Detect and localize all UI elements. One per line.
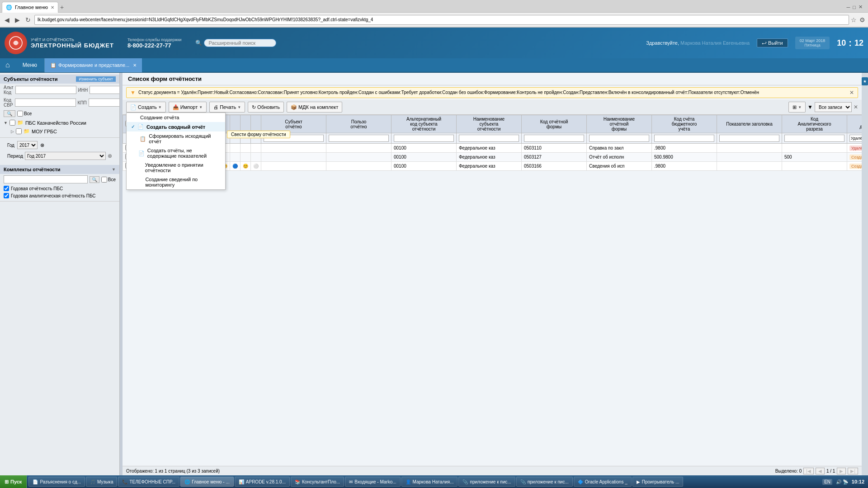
dropdown-item-notification[interactable]: Уведомление о принятии отчётности [127, 160, 225, 175]
app-header: УЧЁТ И ОТЧЁТНОСТЬ ЭЛЕКТРОННЫЙ БЮДЖЕТ Тел… [0, 28, 868, 58]
print-icon: 🖨 [213, 104, 218, 110]
new-tab-button[interactable]: + [58, 4, 66, 11]
dropdown-item-create-no-indicators[interactable]: 📄 Создать отчёты, не содержащие показате… [127, 146, 225, 160]
home-button[interactable]: ⌂ [0, 58, 15, 72]
mdk-button[interactable]: 📦 МДК на комплект [287, 102, 342, 113]
cell-alt-code-2: 00100 [392, 153, 457, 162]
alt-code-input[interactable] [15, 86, 76, 94]
sets-header[interactable]: Комплекты отчётности ▼ [0, 165, 119, 174]
set-item-2[interactable]: Годовая аналитическая отчётность ПБС [0, 192, 119, 199]
taskbar-item-9[interactable]: 📎 приложение к пис... [458, 477, 515, 487]
favorites-panel-btn[interactable]: ★ [862, 77, 868, 85]
taskbar-item-3[interactable]: 📞 ТЕЛЕФОННЫЕ СПР... [118, 477, 179, 487]
filter-analytic [782, 133, 847, 144]
taskbar-item-6[interactable]: 📚 КонсультантПло... [291, 477, 344, 487]
view-settings-btn[interactable]: ⊞ ▼ [788, 102, 806, 113]
filter-user-input[interactable] [329, 135, 389, 142]
forward-btn[interactable]: ▶ [13, 15, 22, 24]
dropdown-item-form-outgoing[interactable]: 📋 Сформировать исходящий отчёт Свести фо… [127, 131, 225, 146]
tree-item-mou[interactable]: ▷ 📁 МОУ ГРБС [0, 127, 119, 136]
change-subject-btn[interactable]: Изменить субъект [76, 76, 116, 82]
pbs-label: ПБС Казначейство России [25, 120, 86, 126]
filter-subject-name-input[interactable] [459, 135, 519, 142]
sets-toggle: ▼ [112, 167, 116, 172]
inn-input[interactable] [90, 86, 120, 94]
taskbar-item-1[interactable]: 📄 Разъяснения о сд... [28, 477, 85, 487]
next-page-btn[interactable]: ▶ [837, 468, 846, 474]
filter-form-name-input[interactable] [589, 135, 649, 142]
filter-alt-code-input[interactable] [394, 135, 454, 142]
close-browser-btn[interactable]: ✕ [859, 4, 863, 10]
taskbar-item-12[interactable]: ▶ Проигрыватель ... [632, 477, 684, 487]
icon-3e[interactable]: 😊 [243, 164, 248, 169]
page-title: Список форм отчётности [123, 73, 862, 85]
minimize-btn[interactable]: ─ [847, 5, 850, 10]
filter-indicators-input[interactable] [719, 135, 779, 142]
year-clear-btn[interactable]: ⊗ [40, 142, 44, 148]
create-button[interactable]: 📄 Создать ▼ [126, 102, 166, 113]
period-select[interactable]: Год 2017 [25, 152, 106, 160]
taskbar-item-4[interactable]: 🌐 Главное меню - ... [180, 477, 234, 487]
active-tab[interactable]: 🌐 Главное меню ✕ [2, 2, 58, 13]
filter-clear-button[interactable]: ✕ [854, 104, 858, 110]
set-item-1[interactable]: Годовая отчётность ПБС [0, 185, 119, 192]
address-bar[interactable] [34, 15, 849, 25]
star-icon[interactable]: ☆ [851, 16, 857, 23]
refresh-button[interactable]: ↻ Обновить [248, 102, 284, 113]
tab-close-icon[interactable]: ✕ [133, 63, 137, 68]
exit-button[interactable]: ⮐ Выйти [757, 38, 788, 47]
filter-text: Статус документа = Удалён:Принят:Новый:С… [138, 89, 847, 96]
subjects-search-btn[interactable]: 🔍 [4, 110, 15, 117]
records-select[interactable]: Все записи [815, 102, 852, 112]
subjects-header[interactable]: Субъекты отчётности Изменить субъект [0, 75, 119, 84]
icon-3f[interactable]: ⚪ [253, 164, 259, 169]
filter-analytic-input[interactable] [784, 135, 844, 142]
sets-search-input[interactable] [4, 175, 88, 183]
taskbar-item-10[interactable]: 📎 приложение к пис... [516, 477, 573, 487]
cell-icon-3e: 😊 [241, 162, 251, 171]
pbs-checkbox[interactable] [9, 120, 15, 126]
restore-btn[interactable]: □ [853, 5, 856, 10]
taskbar-item-11[interactable]: 🔷 Oracle Applications _ [574, 477, 632, 487]
filter-budget-input[interactable] [654, 135, 714, 142]
sets-search-btn[interactable]: 🔍 [90, 176, 99, 183]
kbr-input[interactable] [15, 99, 76, 107]
last-page-btn[interactable]: ▶| [848, 468, 858, 474]
menu-button[interactable]: Меню [15, 58, 45, 72]
print-button[interactable]: 🖨 Печать ▼ [209, 102, 245, 113]
settings-icon[interactable]: ⚙ [859, 16, 865, 23]
taskbar-icon-4: 🌐 [184, 479, 190, 484]
filter-status-input[interactable] [849, 135, 862, 142]
back-btn[interactable]: ◀ [3, 15, 11, 24]
dropdown-item-create-summary[interactable]: ✓ 📄 Создать сводный отчёт [127, 122, 225, 131]
import-button[interactable]: 📥 Импорт ▼ [169, 102, 207, 113]
search-input[interactable] [204, 39, 276, 47]
period-clear-btn[interactable]: ⊗ [108, 153, 112, 159]
all-checkbox[interactable] [17, 111, 23, 117]
taskbar-item-7[interactable]: ✉ Входящие - Marko... [345, 477, 400, 487]
prev-page-btn[interactable]: ◀ [816, 468, 825, 474]
tab-close-btn[interactable]: ✕ [51, 5, 54, 10]
taskbar-item-8[interactable]: 👤 Маркова Наталия... [401, 477, 458, 487]
year-select[interactable]: 2017 [17, 141, 38, 149]
tree-item-pbs[interactable]: ▼ 📁 ПБС Казначейство России [0, 118, 119, 127]
year-period-section: Год 2017 ⊗ Период Год 2017 ⊗ [0, 138, 119, 163]
set-checkbox-1[interactable] [4, 186, 9, 191]
dropdown-item-create-report[interactable]: Создание отчёта [127, 113, 225, 122]
icon-3d[interactable]: 🔵 [232, 164, 238, 169]
dropdown-item-monitoring[interactable]: Создание сведений по мониторингу [127, 175, 225, 189]
taskbar-item-5[interactable]: 📊 APRODE v.28.1.0... [235, 477, 290, 487]
taskbar-item-2[interactable]: 🎵 Музыка [86, 477, 117, 487]
lang-indicator[interactable]: EN [822, 479, 832, 485]
first-page-btn[interactable]: |◀ [803, 468, 814, 474]
start-button[interactable]: ⊞ Пуск [0, 475, 27, 488]
kpp-input[interactable] [89, 99, 120, 107]
filter-close-btn[interactable]: ✕ [849, 89, 854, 96]
mou-checkbox[interactable] [16, 128, 22, 134]
reload-btn[interactable]: ↻ [24, 15, 33, 24]
main-tab-button[interactable]: 📋 Формирование и представле... ✕ [45, 58, 142, 72]
sets-all-checkbox[interactable] [101, 177, 107, 183]
filter-form-code-input[interactable] [524, 135, 584, 142]
set-checkbox-2[interactable] [4, 193, 9, 198]
cell-form-name-1: Справка по закл [587, 144, 652, 153]
